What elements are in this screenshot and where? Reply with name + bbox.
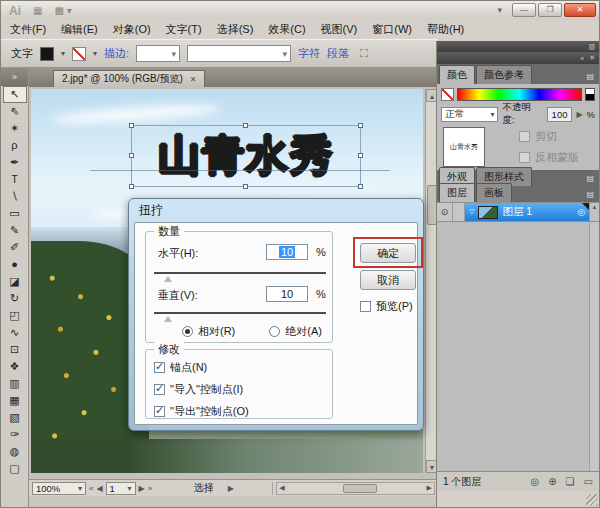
menu-item[interactable]: 文字(T)	[166, 22, 202, 37]
layers-scroll-up-icon[interactable]: ▲	[589, 203, 599, 221]
blob-brush-tool[interactable]: ●	[3, 256, 27, 273]
panel-menu-icon[interactable]: ▤	[586, 174, 597, 186]
opacity-stepper-icon[interactable]: ▶	[576, 110, 582, 119]
workspace-switcher-icon[interactable]: ▩ ▾	[54, 5, 71, 16]
menu-item[interactable]: 视图(V)	[321, 22, 358, 37]
direct-selection-tool[interactable]: ⇖	[3, 103, 27, 120]
pen-tool[interactable]: ✒	[3, 154, 27, 171]
menu-item[interactable]: 效果(C)	[268, 22, 305, 37]
selection-handle[interactable]	[129, 123, 134, 128]
status-indicator[interactable]: 选择 ▶	[155, 482, 273, 495]
horizontal-scrollbar[interactable]: ◀ ▶	[276, 482, 435, 495]
layer-name[interactable]: 图层 1	[502, 205, 532, 219]
relative-radio[interactable]: 相对(R)	[182, 324, 235, 339]
line-segment-tool[interactable]: ∖	[3, 188, 27, 205]
menu-item[interactable]: 帮助(H)	[427, 22, 464, 37]
fill-dropdown-icon[interactable]: ▾	[61, 49, 65, 58]
symbol-sprayer-tool[interactable]: ❖	[3, 358, 27, 375]
white-black-swatch[interactable]	[585, 88, 595, 101]
pencil-tool[interactable]: ✐	[3, 239, 27, 256]
eyedropper-tool[interactable]: ✑	[3, 426, 27, 443]
rectangle-tool[interactable]: ▭	[3, 205, 27, 222]
style-options-icon[interactable]: ⛶	[360, 47, 368, 60]
layer-target-icon[interactable]: ◎	[577, 207, 585, 217]
selection-handle[interactable]	[358, 184, 363, 189]
width-tool[interactable]: ∿	[3, 324, 27, 341]
artwork-text[interactable]: 山青水秀	[132, 126, 360, 186]
blend-tool[interactable]: ◍	[3, 443, 27, 460]
dock-close-icon[interactable]: ✕	[589, 54, 595, 62]
layer-expand-icon[interactable]: ▽	[469, 208, 474, 216]
titlebar-menu-arrow-icon[interactable]: ▾	[497, 5, 502, 15]
checked-checkbox[interactable]	[154, 362, 165, 373]
collapse-panels-icon[interactable]: «	[580, 55, 584, 62]
none-color-swatch[interactable]	[441, 88, 454, 101]
minimize-button[interactable]: —	[512, 3, 536, 17]
ok-button[interactable]: 确定	[360, 243, 416, 263]
horizontal-slider-track[interactable]	[154, 272, 326, 274]
fill-color-swatch[interactable]	[40, 47, 54, 61]
rotate-tool[interactable]: ↻	[3, 290, 27, 307]
selection-handle[interactable]	[243, 123, 248, 128]
checked-checkbox[interactable]	[154, 406, 165, 417]
character-panel-link[interactable]: 字符	[298, 46, 320, 61]
scroll-left-icon[interactable]: ◀	[279, 484, 284, 492]
lock-toggle-cell[interactable]	[453, 203, 465, 221]
selection-handle[interactable]	[358, 153, 363, 158]
menu-item[interactable]: 选择(S)	[217, 22, 254, 37]
opacity-input[interactable]: 100	[547, 107, 573, 122]
selection-handle[interactable]	[129, 184, 134, 189]
previous-artboard-icon[interactable]: ◀	[96, 484, 102, 493]
delete-layer-icon[interactable]: ▭	[584, 476, 593, 487]
menu-item[interactable]: 文件(F)	[10, 22, 46, 37]
new-sublayer-icon[interactable]: ⊕	[548, 476, 556, 487]
layers-scrollbar-track[interactable]	[589, 222, 599, 471]
dock-grid-icon[interactable]: ▥	[588, 43, 595, 51]
selected-layer[interactable]: ▽ 图层 1 ◎	[465, 203, 589, 221]
dialog-title[interactable]: 扭拧	[129, 199, 423, 222]
horizontal-slider-thumb[interactable]	[164, 276, 172, 282]
stroke-label[interactable]: 描边:	[104, 46, 129, 61]
cancel-button[interactable]: 取消	[360, 270, 416, 290]
close-button[interactable]: ✕	[564, 3, 596, 17]
visibility-eye-icon[interactable]: ⊙	[437, 203, 453, 221]
absolute-radio[interactable]: 绝对(A)	[269, 324, 322, 339]
scale-tool[interactable]: ◰	[3, 307, 27, 324]
selection-handle[interactable]	[129, 153, 134, 158]
brush-definition-select[interactable]: ▾	[187, 45, 291, 62]
first-artboard-icon[interactable]: «	[89, 484, 93, 493]
panel-menu-icon[interactable]: ▤	[586, 72, 597, 84]
text-selection-box[interactable]: 山青水秀	[131, 125, 361, 187]
menu-item[interactable]: 对象(O)	[113, 22, 151, 37]
free-transform-tool[interactable]: ⊡	[3, 341, 27, 358]
zoom-level-select[interactable]: 100% ▾	[32, 482, 86, 495]
gradient-tool[interactable]: ▧	[3, 409, 27, 426]
preview-checkbox[interactable]	[360, 301, 371, 312]
paragraph-panel-link[interactable]: 段落	[327, 46, 349, 61]
vertical-slider-track[interactable]	[154, 312, 326, 314]
lasso-tool[interactable]: ρ	[3, 137, 27, 154]
document-tab[interactable]: 2.jpg* @ 100% (RGB/预览) ✕	[53, 70, 205, 87]
stroke-weight-select[interactable]: ▾	[136, 45, 180, 62]
tab-artboards[interactable]: 画板	[476, 183, 512, 202]
artboard-tool[interactable]: ▢	[3, 460, 27, 477]
resize-grip[interactable]	[586, 494, 598, 506]
column-graph-tool[interactable]: ▥	[3, 375, 27, 392]
menu-item[interactable]: 编辑(E)	[61, 22, 98, 37]
type-tool[interactable]: T	[3, 171, 27, 188]
checked-checkbox[interactable]	[154, 384, 165, 395]
stroke-dropdown-icon[interactable]: ▾	[93, 49, 97, 58]
tab-color-guide[interactable]: 颜色参考	[476, 65, 532, 84]
artboard-number-select[interactable]: 1 ▾	[106, 482, 136, 495]
new-layer-icon[interactable]: ❏	[566, 476, 575, 487]
selection-handle[interactable]	[358, 123, 363, 128]
selection-tool[interactable]: ↖	[3, 86, 27, 103]
make-clipping-mask-icon[interactable]: ◎	[530, 476, 539, 487]
horizontal-input[interactable]: 10	[266, 244, 308, 260]
tab-layers[interactable]: 图层	[439, 183, 475, 202]
next-artboard-icon[interactable]: ▶	[139, 484, 145, 493]
selection-handle[interactable]	[243, 184, 248, 189]
paintbrush-tool[interactable]: ✎	[3, 222, 27, 239]
eraser-tool[interactable]: ◪	[3, 273, 27, 290]
color-spectrum-bar[interactable]	[457, 88, 582, 101]
